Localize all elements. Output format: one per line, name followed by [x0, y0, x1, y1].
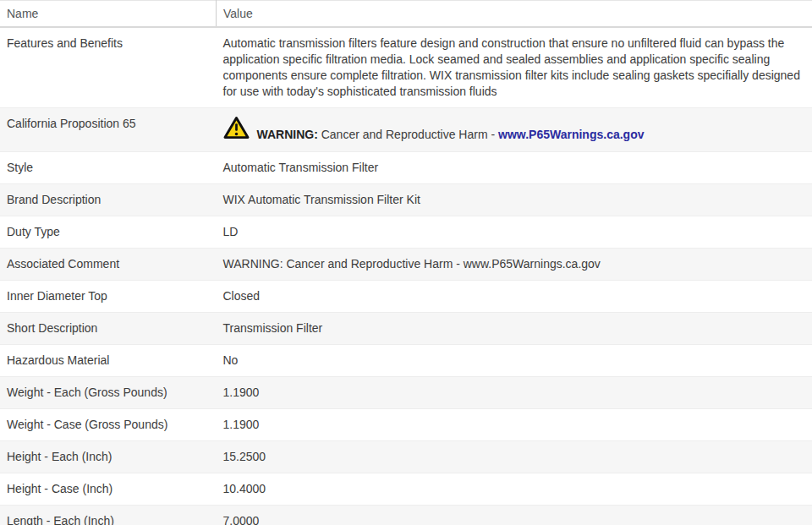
table-row: Features and BenefitsAutomatic transmiss… [0, 27, 812, 108]
row-name-cell: Height - Each (Inch) [0, 441, 217, 473]
row-value-cell: Automatic Transmission Filter [217, 152, 812, 184]
table-row: Weight - Each (Gross Pounds)1.1900 [0, 377, 812, 409]
table-row: Height - Case (Inch)10.4000 [0, 473, 812, 506]
row-value-cell: 1.1900 [217, 377, 812, 409]
row-value-cell: 7.0000 [217, 506, 812, 525]
value-column-header: Value [217, 1, 812, 28]
row-name-cell: Hazardous Material [0, 345, 217, 377]
table-row: Brand DescriptionWIX Automatic Transmiss… [0, 184, 812, 216]
row-name-cell: Features and Benefits [0, 27, 217, 108]
row-name-cell: Length - Each (Inch) [0, 506, 217, 525]
table-row: Inner Diameter TopClosed [0, 281, 812, 313]
warning-label: WARNING: [257, 128, 318, 141]
row-name-cell: California Proposition 65 [0, 108, 217, 152]
spec-table-body: Features and BenefitsAutomatic transmiss… [0, 27, 812, 525]
row-name-cell: Style [0, 152, 217, 184]
table-row: StyleAutomatic Transmission Filter [0, 152, 812, 184]
row-name-cell: Inner Diameter Top [0, 281, 217, 313]
table-row: Duty TypeLD [0, 216, 812, 249]
row-name-cell: Short Description [0, 313, 217, 345]
warning-triangle-icon [223, 116, 250, 144]
prop65-warning: WARNING: Cancer and Reproductive Harm - … [223, 116, 804, 144]
row-value-cell: 15.2500 [217, 441, 812, 473]
row-name-cell: Associated Comment [0, 249, 217, 281]
row-value-cell: 1.1900 [217, 409, 812, 441]
table-row: Short DescriptionTransmission Filter [0, 313, 812, 345]
row-value-cell: WIX Automatic Transmission Filter Kit [217, 184, 812, 216]
table-row: Length - Each (Inch)7.0000 [0, 506, 812, 525]
row-value-cell: Transmission Filter [217, 313, 812, 345]
row-value-cell: LD [217, 216, 812, 249]
table-row: Weight - Case (Gross Pounds)1.1900 [0, 409, 812, 441]
row-value-cell: WARNING: Cancer and Reproductive Harm - … [217, 108, 812, 152]
row-name-cell: Brand Description [0, 184, 217, 216]
table-row: Associated CommentWARNING: Cancer and Re… [0, 249, 812, 281]
row-value-cell: No [217, 345, 812, 377]
header-row: Name Value [0, 1, 812, 28]
p65-warnings-link[interactable]: www.P65Warnings.ca.gov [498, 128, 644, 141]
table-row: Height - Each (Inch)15.2500 [0, 441, 812, 473]
row-value-cell: Automatic transmission filters feature d… [217, 27, 812, 108]
table-row: California Proposition 65WARNING: Cancer… [0, 108, 812, 152]
table-row: Hazardous MaterialNo [0, 345, 812, 377]
row-value-cell: WARNING: Cancer and Reproductive Harm - … [217, 249, 812, 281]
row-name-cell: Weight - Case (Gross Pounds) [0, 409, 217, 441]
row-value-cell: 10.4000 [217, 473, 812, 506]
name-column-header: Name [0, 1, 217, 28]
row-value-cell: Closed [217, 281, 812, 313]
row-name-cell: Height - Case (Inch) [0, 473, 217, 506]
spec-table: Name Value Features and BenefitsAutomati… [0, 0, 812, 525]
prop65-warning-text: WARNING: Cancer and Reproductive Harm - … [257, 127, 645, 144]
row-name-cell: Weight - Each (Gross Pounds) [0, 377, 217, 409]
row-name-cell: Duty Type [0, 216, 217, 249]
spec-table-header: Name Value [0, 1, 812, 28]
